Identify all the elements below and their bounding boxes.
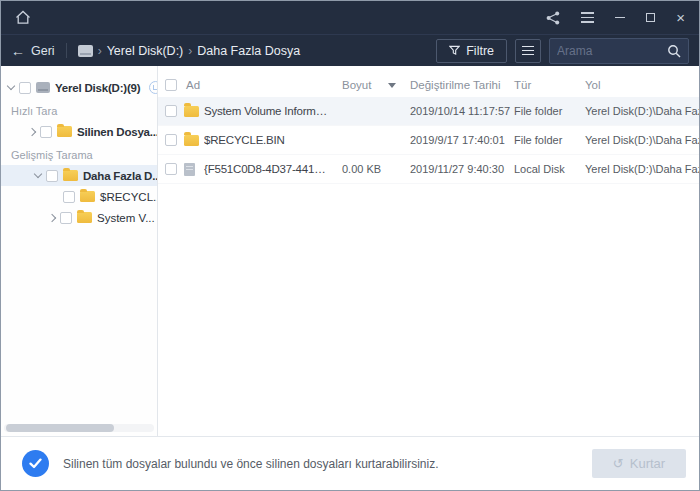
select-all-checkbox[interactable] (165, 79, 177, 91)
file-table: Ad Boyut Değiştirilme Tarihi Tür Yol Sys… (158, 66, 699, 436)
folder-icon (63, 170, 78, 181)
sidebar-item-system-volume[interactable]: System V... (1, 207, 157, 228)
chevron-right-icon[interactable] (28, 127, 36, 135)
chevron-down-icon[interactable] (7, 82, 15, 90)
folder-icon (57, 126, 72, 137)
sidebar-item-more-files[interactable]: Daha Fazla D... (1, 165, 157, 186)
chevron-right-icon[interactable] (48, 213, 56, 221)
breadcrumb-root[interactable]: Yerel Disk(D:) (107, 44, 184, 58)
sidebar-item-deleted-files[interactable]: Silinen Dosya... (1, 121, 157, 142)
column-header-type[interactable]: Tür (512, 79, 577, 91)
horizontal-scrollbar[interactable] (4, 424, 154, 432)
list-view-icon (522, 46, 534, 56)
recover-icon: ↺ (613, 457, 624, 470)
toolbar: ← Geri › Yerel Disk(D:) › Daha Fazla Dos… (1, 34, 699, 66)
minimize-icon[interactable] (615, 17, 625, 19)
status-message: Silinen tüm dosyalar bulundu ve önce sil… (63, 457, 439, 471)
sidebar-item-label: Daha Fazla D... (83, 170, 158, 182)
chevron-down-icon[interactable] (34, 170, 42, 178)
file-type: Local Disk (512, 163, 577, 175)
file-modified: 2019/11/27 9:40:30 (406, 163, 512, 175)
menu-icon[interactable] (581, 12, 594, 23)
sidebar-item-label: $RECYCL... (100, 191, 158, 203)
checkbox[interactable] (60, 212, 72, 224)
folder-icon (184, 106, 199, 117)
home-icon[interactable] (15, 10, 31, 25)
table-header: Ad Boyut Değiştirilme Tarihi Tür Yol (158, 73, 699, 97)
breadcrumb-current[interactable]: Daha Fazla Dosya (197, 44, 300, 58)
search-box (549, 38, 689, 64)
column-header-size[interactable]: Boyut (336, 79, 406, 91)
file-name: $RECYCLE.BIN (204, 134, 336, 146)
sort-desc-icon[interactable] (388, 83, 396, 88)
file-type: File folder (512, 105, 577, 117)
back-label: Geri (31, 44, 55, 58)
back-arrow-icon: ← (11, 44, 25, 58)
sidebar-section-advanced-scan: Gelişmiş Tarama (1, 149, 157, 161)
file-path: Yerel Disk(D:)\Daha Faz... (577, 134, 699, 146)
recover-button[interactable]: ↺ Kurtar (592, 449, 686, 478)
funnel-icon (449, 45, 460, 56)
table-row[interactable]: System Volume Information 2019/10/14 11:… (158, 97, 699, 126)
file-path: Yerel Disk(D:)\Daha Faz... (577, 105, 699, 117)
checkbox[interactable] (63, 191, 75, 203)
file-name: {F551C0D8-4D37-441c-976E... (204, 163, 336, 175)
list-view-button[interactable] (515, 39, 541, 63)
file-icon (184, 163, 195, 176)
sidebar-section-quick-scan: Hızlı Tara (1, 105, 157, 117)
checkbox[interactable] (40, 126, 52, 138)
checkbox[interactable] (165, 134, 177, 146)
check-circle-icon (22, 450, 49, 477)
disk-icon (36, 82, 50, 93)
sidebar-item-root-disk[interactable]: Yerel Disk(D:)(9) (1, 77, 157, 98)
file-name: System Volume Information (204, 105, 336, 117)
share-icon[interactable] (546, 11, 560, 25)
search-input[interactable] (557, 44, 667, 58)
folder-icon (77, 212, 92, 223)
sidebar: Yerel Disk(D:)(9) Hızlı Tara Silinen Dos… (1, 66, 158, 436)
checkbox[interactable] (19, 82, 31, 94)
folder-icon (80, 191, 95, 202)
refresh-icon[interactable] (149, 81, 158, 94)
close-icon[interactable]: × (676, 10, 685, 25)
checkbox[interactable] (165, 163, 177, 175)
folder-icon (184, 135, 199, 146)
checkbox[interactable] (165, 105, 177, 117)
search-icon[interactable] (667, 44, 681, 58)
breadcrumb-disk-icon (78, 45, 93, 57)
scrollbar-thumb[interactable] (6, 424, 114, 432)
recover-label: Kurtar (630, 456, 665, 471)
column-header-name[interactable]: Ad (184, 79, 336, 91)
column-header-path[interactable]: Yol (577, 79, 699, 91)
maximize-icon[interactable] (646, 13, 655, 22)
toolbar-divider (66, 43, 67, 58)
sidebar-item-label: System V... (97, 212, 155, 224)
breadcrumb-separator-icon: › (188, 44, 192, 58)
title-bar: × (1, 1, 699, 34)
sidebar-item-label: Silinen Dosya... (77, 126, 158, 138)
file-modified: 2019/10/14 11:17:57 (406, 105, 512, 117)
file-size: 0.00 KB (336, 163, 406, 175)
column-header-size-label: Boyut (342, 79, 371, 91)
app-window: × ← Geri › Yerel Disk(D:) › Daha Fazla D… (0, 0, 700, 491)
column-header-modified[interactable]: Değiştirilme Tarihi (406, 79, 512, 91)
status-bar: Silinen tüm dosyalar bulundu ve önce sil… (1, 436, 699, 490)
file-path: Yerel Disk(D:)\Daha Faz... (577, 163, 699, 175)
back-button[interactable]: ← Geri (11, 44, 55, 58)
breadcrumb-separator-icon: › (98, 44, 102, 58)
sidebar-item-label: Yerel Disk(D:)(9) (55, 82, 140, 94)
filter-label: Filtre (466, 44, 494, 58)
table-row[interactable]: {F551C0D8-4D37-441c-976E... 0.00 KB 2019… (158, 155, 699, 184)
sidebar-item-recycle[interactable]: $RECYCL... (1, 186, 157, 207)
checkbox[interactable] (46, 170, 58, 182)
table-row[interactable]: $RECYCLE.BIN 2019/9/17 17:40:01 File fol… (158, 126, 699, 155)
file-modified: 2019/9/17 17:40:01 (406, 134, 512, 146)
file-type: File folder (512, 134, 577, 146)
filter-button[interactable]: Filtre (436, 39, 507, 63)
